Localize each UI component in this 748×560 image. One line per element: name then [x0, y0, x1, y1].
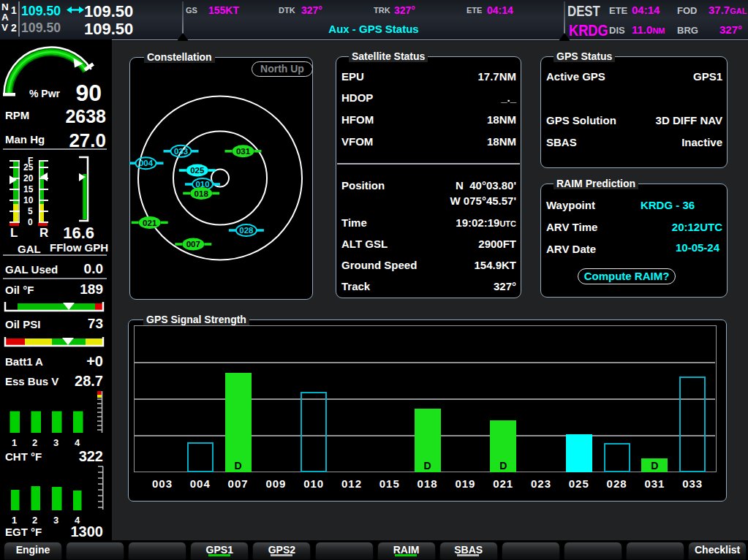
svg-text:0: 0: [28, 217, 33, 227]
svg-text:004: 004: [139, 159, 154, 167]
svg-text:10: 10: [23, 195, 34, 205]
svg-text:018: 018: [194, 189, 209, 198]
svg-text:033: 033: [174, 147, 188, 156]
svg-text:031: 031: [236, 147, 251, 156]
svg-text:007: 007: [186, 240, 200, 249]
svg-text:021: 021: [143, 219, 157, 227]
svg-text:20: 20: [23, 173, 34, 183]
svg-text:15: 15: [23, 184, 34, 194]
svg-text:025: 025: [190, 166, 205, 175]
svg-text:25: 25: [23, 162, 34, 173]
svg-text:5: 5: [28, 206, 33, 216]
svg-text:028: 028: [239, 226, 254, 235]
